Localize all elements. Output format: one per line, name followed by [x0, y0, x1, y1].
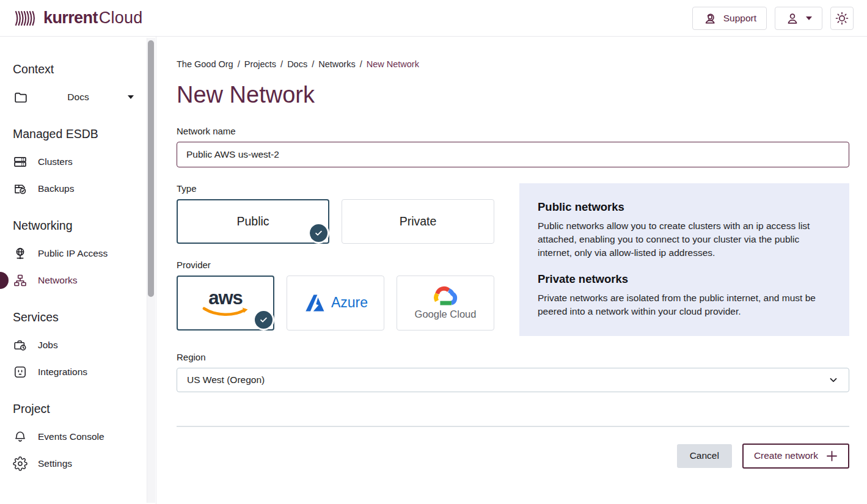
- region-select[interactable]: US West (Oregon): [177, 368, 849, 392]
- sidebar-item-public-ip-access[interactable]: Public IP Access: [13, 240, 156, 267]
- azure-logo: Azure: [303, 293, 368, 313]
- region-selected-value: US West (Oregon): [187, 374, 265, 385]
- selected-check-icon: [308, 222, 329, 244]
- logo-suffix: Cloud: [99, 9, 143, 27]
- create-network-label: Create network: [754, 450, 818, 461]
- sidebar-item-clusters[interactable]: Clusters: [13, 148, 156, 175]
- breadcrumb-separator: /: [360, 59, 362, 69]
- breadcrumb-org[interactable]: The Good Org: [177, 59, 233, 69]
- form-divider: [177, 426, 849, 427]
- network-name-input[interactable]: [177, 142, 849, 167]
- type-option-label: Public: [236, 214, 269, 228]
- azure-logo-text: Azure: [331, 294, 368, 311]
- sidebar-item-label: Events Console: [38, 431, 104, 442]
- sidebar: Context Docs Managed ESDB: [0, 37, 156, 504]
- section-title-managed-esdb: Managed ESDB: [13, 111, 156, 148]
- main-content: The Good Org / Projects / Docs / Network…: [156, 37, 867, 504]
- cancel-button[interactable]: Cancel: [677, 444, 732, 468]
- sidebar-item-label: Backups: [38, 183, 74, 194]
- sidebar-scrollbar-thumb[interactable]: [148, 40, 154, 297]
- breadcrumb-networks[interactable]: Networks: [318, 59, 355, 69]
- sidebar-item-label: Settings: [38, 458, 72, 469]
- network-name-label: Network name: [177, 126, 849, 136]
- page-title: New Network: [177, 82, 849, 108]
- headset-icon: [703, 11, 717, 26]
- type-label: Type: [177, 183, 494, 194]
- theme-toggle-button[interactable]: [830, 7, 854, 30]
- type-option-private[interactable]: Private: [342, 199, 494, 244]
- sitemap-icon: [13, 273, 27, 288]
- outlet-icon: [13, 365, 27, 379]
- breadcrumb: The Good Org / Projects / Docs / Network…: [177, 59, 849, 69]
- plus-icon: [826, 450, 838, 462]
- logo-text: kurrent: [43, 9, 98, 27]
- section-title-context: Context: [13, 37, 156, 84]
- support-label: Support: [723, 13, 756, 24]
- sidebar-item-backups[interactable]: Backups: [13, 175, 156, 202]
- azure-triangle-icon: [303, 293, 326, 313]
- project-context-selector[interactable]: Docs: [13, 84, 134, 111]
- google-cloud-logo: Google Cloud: [415, 285, 477, 320]
- provider-option-azure[interactable]: Azure: [287, 276, 384, 331]
- sidebar-item-label: Public IP Access: [38, 248, 108, 259]
- sidebar-item-label: Jobs: [38, 340, 58, 351]
- breadcrumb-separator: /: [238, 59, 240, 69]
- network-types-info-panel: Public networks Public networks allow yo…: [519, 183, 849, 336]
- aws-logo-text: aws: [208, 289, 243, 307]
- sidebar-scrollbar-track: [147, 38, 155, 503]
- sidebar-item-jobs[interactable]: Jobs: [13, 332, 156, 359]
- section-title-services: Services: [13, 294, 156, 332]
- breadcrumb-projects[interactable]: Projects: [244, 59, 276, 69]
- gear-icon: [13, 456, 27, 471]
- kurrent-wave-mark-icon: [13, 8, 38, 29]
- provider-option-google-cloud[interactable]: Google Cloud: [397, 276, 494, 331]
- sidebar-item-events-console[interactable]: Events Console: [13, 423, 156, 450]
- user-icon: [785, 11, 800, 26]
- provider-option-aws[interactable]: aws: [177, 276, 274, 331]
- breadcrumb-separator: /: [280, 59, 283, 69]
- caret-down-icon: [128, 95, 134, 99]
- caret-down-icon: [806, 16, 812, 20]
- bell-icon: [13, 429, 27, 444]
- sidebar-item-label: Networks: [38, 275, 78, 286]
- breadcrumb-current: New Network: [367, 59, 419, 69]
- sidebar-item-integrations[interactable]: Integrations: [13, 359, 156, 385]
- sidebar-item-settings[interactable]: Settings: [13, 450, 156, 477]
- sidebar-item-label: Integrations: [38, 367, 87, 378]
- google-cloud-logo-text: Google Cloud: [415, 309, 477, 320]
- globe-stand-icon: [13, 246, 27, 261]
- chevron-down-icon: [828, 374, 839, 385]
- breadcrumb-separator: /: [312, 59, 314, 69]
- info-heading-private: Private networks: [538, 272, 831, 286]
- region-label: Region: [177, 352, 849, 362]
- briefcase-clock-icon: [13, 338, 27, 352]
- server-stack-icon: [13, 155, 27, 169]
- info-body-private: Private networks are isolated from the p…: [538, 291, 831, 318]
- section-title-project: Project: [13, 385, 156, 423]
- folder-icon: [13, 90, 29, 104]
- info-body-public: Public networks allow you to create clus…: [538, 219, 831, 260]
- google-cloud-icon: [431, 285, 459, 307]
- info-heading-public: Public networks: [538, 200, 831, 214]
- support-button[interactable]: Support: [692, 7, 767, 30]
- backup-box-check-icon: [13, 181, 27, 196]
- kurrent-cloud-logo[interactable]: kurrentCloud: [13, 8, 142, 29]
- aws-smile-icon: [202, 307, 249, 317]
- top-bar: kurrentCloud Support: [0, 0, 867, 37]
- selected-check-icon: [253, 309, 274, 331]
- type-option-label: Private: [400, 214, 437, 228]
- breadcrumb-project-docs[interactable]: Docs: [287, 59, 307, 69]
- create-network-button[interactable]: Create network: [742, 444, 849, 469]
- sidebar-item-label: Clusters: [38, 156, 73, 167]
- provider-label: Provider: [177, 260, 494, 270]
- user-menu-button[interactable]: [775, 7, 822, 30]
- sidebar-item-networks[interactable]: Networks: [13, 267, 156, 294]
- aws-logo: aws: [202, 289, 249, 317]
- section-title-networking: Networking: [13, 202, 156, 240]
- sun-icon: [835, 11, 849, 26]
- context-selected-project: Docs: [29, 92, 128, 103]
- type-option-public[interactable]: Public: [177, 199, 329, 244]
